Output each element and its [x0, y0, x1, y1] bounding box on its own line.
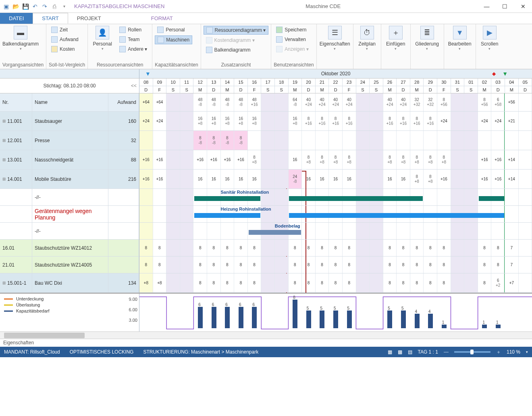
- date-column: 01S: [464, 79, 478, 93]
- maximize-icon[interactable]: ☐: [496, 0, 514, 13]
- eigenschaften-button[interactable]: ☰Eigenschaften▾: [319, 26, 351, 51]
- timeline-month-header: ▼Oktober 2020◆▼: [0, 69, 532, 79]
- chart-bar: [333, 310, 338, 328]
- timeline-row: +16+16161616161624-81616161616168+88+8+1…: [139, 170, 532, 189]
- kostendiagramm-button[interactable]: Kostendiagramm ▾: [204, 36, 269, 44]
- tab-start[interactable]: START: [33, 13, 68, 24]
- date-column: 08D: [139, 79, 153, 93]
- date-column: 17S: [261, 79, 275, 93]
- zeit-button[interactable]: Zeit: [49, 26, 81, 34]
- date-column: 05D: [519, 79, 532, 93]
- nav-prev-button[interactable]: <<: [131, 83, 137, 89]
- module-title: KAPAZITäTSABGLEICH MASCHINEN: [70, 3, 168, 9]
- chart-bar: [306, 310, 311, 328]
- date-column: 25S: [370, 79, 383, 93]
- bearbeiten-button[interactable]: ▼Bearbeiten▾: [447, 26, 473, 51]
- qat-dropdown-icon[interactable]: ▾: [60, 3, 68, 10]
- chart-bar: [293, 300, 297, 328]
- timeline-row: Bodenbelag: [139, 223, 532, 240]
- date-column: 14M: [221, 79, 235, 93]
- ressourcendiagramm-button[interactable]: Ressourcendiagramm ▾: [204, 26, 269, 35]
- zeitplan-button[interactable]: ⏱Zeitplan▾: [356, 26, 378, 51]
- gantt-bar[interactable]: [289, 196, 423, 201]
- tab-projekt[interactable]: PROJEKT: [68, 13, 110, 24]
- table-row[interactable]: Gerätenmangel wegen Planung: [0, 206, 139, 223]
- print-icon[interactable]: ⎙: [51, 3, 58, 10]
- table-row[interactable]: -//-: [0, 189, 139, 206]
- zoom-out-button[interactable]: —: [444, 349, 449, 355]
- stichtag-label: Stichtag: 08.10.20 08:00: [43, 83, 96, 89]
- einfuegen-button[interactable]: ＋Einfügen▾: [384, 26, 408, 51]
- date-column: 02M: [478, 79, 492, 93]
- balkendiagramm-button[interactable]: ▬Balkendiagramm▾: [2, 26, 39, 51]
- properties-pane-header[interactable]: Eigenschaften: [0, 339, 532, 347]
- status-bar: MANDANT: Rillsoft_Cloud OPTIMISTISCHES L…: [0, 347, 532, 357]
- chart-legend: UnterdeckungÜberlastungKapazitätsbedarf …: [0, 294, 139, 331]
- view-icon-3[interactable]: ▤: [408, 349, 412, 355]
- chart-bar: [347, 310, 352, 328]
- close-icon[interactable]: ✕: [514, 0, 532, 13]
- view-icon-1[interactable]: ▦: [388, 349, 392, 355]
- chart-bar: [225, 307, 230, 328]
- chart-bar: [198, 307, 203, 328]
- save-icon[interactable]: 💾: [22, 3, 29, 10]
- team-button[interactable]: Team: [117, 35, 150, 43]
- undo-icon[interactable]: ↶: [31, 3, 39, 10]
- table-row[interactable]: ⊞12.001Presse32: [0, 131, 139, 150]
- date-column: 20D: [302, 79, 316, 93]
- chart-bar: [239, 307, 243, 328]
- chart-bar: [320, 310, 324, 328]
- date-column: 16F: [248, 79, 262, 93]
- tab-format[interactable]: FORMAT: [142, 13, 182, 24]
- personal-button[interactable]: 👤Personal▾: [90, 26, 114, 51]
- table-row[interactable]: 16.01Staubschutztüre WZ14012: [0, 240, 139, 257]
- gantt-bar-label: Heizung Rohinstallation: [221, 207, 271, 211]
- gantt-bar[interactable]: [289, 213, 504, 218]
- date-column: 22D: [329, 79, 343, 93]
- table-row[interactable]: ⊞11.001Staubsauger160: [0, 112, 139, 131]
- minimize-icon[interactable]: —: [478, 0, 496, 13]
- timeline-row: 88888888888888888887: [139, 257, 532, 273]
- gantt-bar[interactable]: [194, 196, 260, 201]
- timeline-row: +24+2416+816+816+816+816+816+88+168+168+…: [139, 112, 532, 131]
- andere-button[interactable]: Andere ▾: [117, 45, 150, 53]
- table-row[interactable]: ⊞15.001-1Bau WC Dixi134: [0, 273, 139, 293]
- rollen-button[interactable]: Rollen: [117, 26, 150, 34]
- timeline-row: +64+6448-848-848-848-848+1664-840+2440+2…: [139, 93, 532, 112]
- horizontal-scrollbar[interactable]: [0, 331, 532, 339]
- table-row[interactable]: ⊞13.001Nassschneidgerät88: [0, 150, 139, 170]
- scrollen-button[interactable]: ▶Scrollen▾: [478, 26, 501, 51]
- zoom-dropdown-icon[interactable]: ▾: [526, 350, 528, 354]
- zoom-in-button[interactable]: ＋: [496, 349, 501, 356]
- table-row[interactable]: ⊞14.001Mobile Staubtüre216: [0, 170, 139, 189]
- ribbon: ▬Balkendiagramm▾Vorgangsansichten Zeit A…: [0, 24, 532, 69]
- zusatz-balken-button[interactable]: Balkendiagramm: [204, 46, 269, 54]
- view-icon-2[interactable]: ▩: [398, 349, 402, 355]
- date-column: 13D: [207, 79, 221, 93]
- redo-icon[interactable]: ↷: [41, 3, 48, 10]
- table-row[interactable]: Nr.NameAufwand: [0, 93, 139, 112]
- verwalten-button[interactable]: Verwalten: [274, 35, 311, 43]
- anzeigen-button[interactable]: Anzeigen ▾: [274, 45, 311, 53]
- gantt-bar[interactable]: [194, 213, 260, 218]
- date-column: 28M: [410, 79, 424, 93]
- table-row[interactable]: -//-: [0, 223, 139, 240]
- kosten-button[interactable]: Kosten: [49, 45, 81, 53]
- quick-access-toolbar: ▣ 📂 💾 ↶ ↷ ⎙ ▾: [0, 3, 70, 10]
- gantt-bar[interactable]: [249, 230, 301, 235]
- date-column: 27D: [397, 79, 410, 93]
- speichern-button[interactable]: Speichern: [274, 26, 311, 34]
- chart-bar: [401, 310, 406, 328]
- marker-flag-icon: ▼: [502, 69, 508, 78]
- kap-maschinen-button[interactable]: Maschinen: [155, 35, 192, 44]
- table-row[interactable]: 21.01Staubschutztüre WZ14005: [0, 257, 139, 273]
- gantt-bar[interactable]: [479, 196, 504, 201]
- gliederung-button[interactable]: ≣Gliederung▾: [413, 26, 441, 51]
- timeline-row: Heizung RohinstallationFliesenarbeiten: [139, 206, 532, 223]
- aufwand-button[interactable]: Aufwand: [49, 35, 81, 43]
- zoom-slider[interactable]: [454, 351, 490, 353]
- date-column: 26M: [383, 79, 397, 93]
- kap-personal-button[interactable]: Personal: [155, 26, 192, 34]
- open-icon[interactable]: 📂: [12, 3, 19, 10]
- tab-datei[interactable]: DATEI: [0, 13, 33, 24]
